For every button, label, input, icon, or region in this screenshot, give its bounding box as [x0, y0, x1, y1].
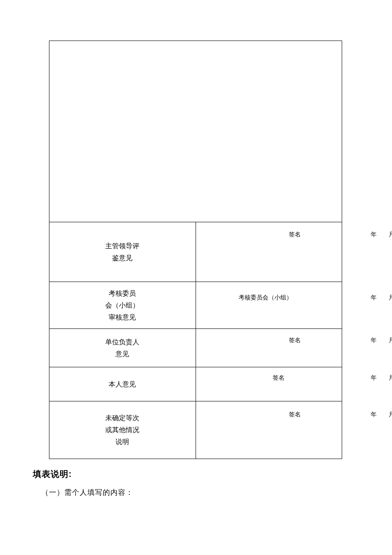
signature-label: 签名 — [289, 412, 301, 418]
table-row: 单位负责人 意见 签名 年 月 日 — [49, 329, 342, 367]
row-label: 未确定等次 或其他情况 说明 — [49, 412, 196, 448]
signature-label: 签名 — [273, 375, 285, 381]
row-label: 本人意见 — [49, 378, 196, 390]
row-label-cell: 本人意见 — [49, 367, 196, 401]
row-content-cell: 签名 年 月 日 — [196, 222, 342, 282]
table-row: 考核委员 会（小组） 审核意见 考核委员会（小组） 年 月 B — [49, 282, 342, 329]
year-label: 年 — [371, 337, 377, 343]
signature-label: 考核委员会（小组） — [239, 295, 292, 301]
row-label-cell: 考核委员 会（小组） 审核意见 — [49, 282, 196, 329]
table-row: 本人意见 签名 年 月 S — [49, 367, 342, 401]
row-content-cell: 签名 年 月 S — [196, 367, 342, 401]
form-table: 主管领导评 鉴意见 签名 年 月 日 考核委员 会（小组） 审核意见 — [49, 41, 342, 459]
row-label: 主管领导评 鉴意见 — [49, 240, 196, 264]
month-label: 月 — [389, 337, 392, 343]
row-label: 考核委员 会（小组） 审核意见 — [49, 288, 196, 323]
year-label: 年 — [371, 232, 377, 238]
month-label: 月 — [389, 375, 392, 381]
signature-label: 签名 — [289, 232, 301, 238]
month-label: 月 — [389, 295, 392, 301]
notes-title: 填表说明: — [33, 468, 342, 480]
table-row — [49, 41, 342, 222]
year-label: 年 — [371, 375, 377, 381]
month-label: 月 — [389, 232, 392, 238]
notes-line-1: （一）需个人填写的内容： — [41, 488, 342, 497]
notes-section: 填表说明: （一）需个人填写的内容： — [49, 468, 342, 497]
year-label: 年 — [371, 295, 377, 301]
row-label-cell: 未确定等次 或其他情况 说明 — [49, 401, 196, 459]
row-label-cell: 主管领导评 鉴意见 — [49, 222, 196, 282]
row-label-cell: 单位负责人 意见 — [49, 329, 196, 367]
row-content-cell: 考核委员会（小组） 年 月 B — [196, 282, 342, 329]
table-row: 未确定等次 或其他情况 说明 签名 年 月 S — [49, 401, 342, 459]
table-row: 主管领导评 鉴意见 签名 年 月 日 — [49, 222, 342, 282]
year-label: 年 — [371, 412, 377, 418]
page: 主管领导评 鉴意见 签名 年 月 日 考核委员 会（小组） 审核意见 — [49, 41, 342, 497]
signature-label: 签名 — [289, 337, 301, 343]
row-content-cell: 签名 年 月 日 — [196, 329, 342, 367]
month-label: 月 — [389, 412, 392, 418]
blank-area — [49, 41, 342, 222]
row-content-cell: 签名 年 月 S — [196, 401, 342, 459]
row-label: 单位负责人 意见 — [49, 336, 196, 360]
